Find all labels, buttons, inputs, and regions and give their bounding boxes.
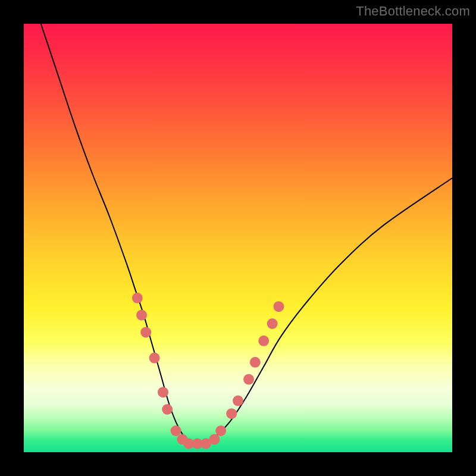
chart-frame: TheBottleneck.com — [0, 0, 476, 476]
curve-marker — [158, 387, 168, 397]
curve-marker — [243, 374, 254, 385]
curve-marker — [149, 353, 160, 364]
curve-marker — [209, 434, 220, 444]
curve-marker — [273, 301, 284, 312]
curve-marker — [140, 327, 151, 337]
curve-marker — [258, 336, 269, 346]
curve-marker — [162, 404, 173, 415]
curve-marker — [250, 357, 261, 368]
curve-marker — [171, 425, 181, 436]
curve-marker — [132, 293, 143, 303]
curve-marker — [215, 425, 226, 436]
curve-marker — [226, 408, 237, 419]
chart-svg — [24, 24, 452, 452]
curve-marker — [136, 310, 147, 321]
curve-marker — [233, 396, 243, 406]
watermark-text: TheBottleneck.com — [356, 4, 470, 19]
plot-area — [24, 24, 452, 452]
curve-marker — [267, 318, 278, 329]
